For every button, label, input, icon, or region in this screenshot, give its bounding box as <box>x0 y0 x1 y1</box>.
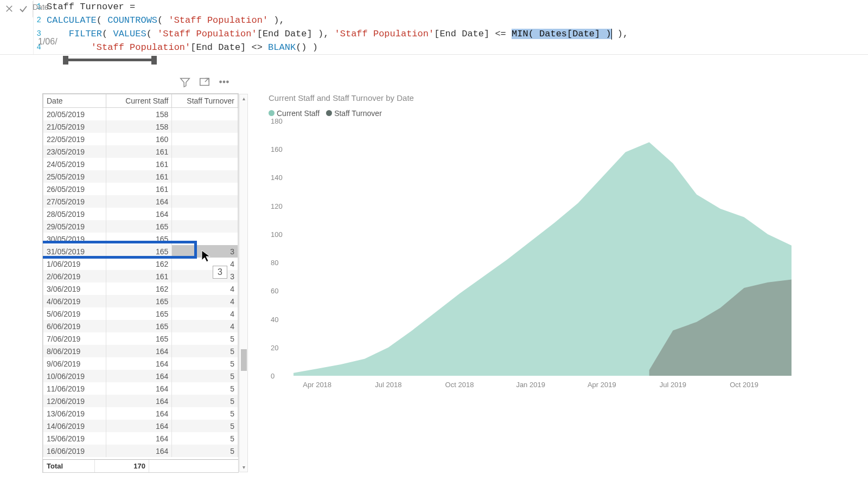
scroll-up-icon[interactable]: ▴ <box>240 94 247 103</box>
col-header-staff-turnover[interactable]: Staff Turnover <box>172 94 238 108</box>
scroll-thumb[interactable] <box>241 349 247 371</box>
focus-mode-icon[interactable] <box>199 76 210 89</box>
dax-editor[interactable]: 1 Staff Turnover = 2 CALCULATE( COUNTROW… <box>33 0 630 54</box>
y-axis-tick: 180 <box>271 117 283 125</box>
x-axis-tick: Oct 2019 <box>730 381 758 389</box>
formula-bar: 1 Staff Turnover = 2 CALCULATE( COUNTROW… <box>0 0 868 55</box>
table-row[interactable]: 16/06/20191645 <box>43 445 238 457</box>
x-axis-tick: Oct 2018 <box>445 381 474 389</box>
table-row[interactable]: 20/05/2019158 <box>43 108 238 120</box>
x-axis-tick: Jan 2019 <box>516 381 545 389</box>
y-axis-tick: 40 <box>271 315 278 323</box>
mouse-cursor-icon <box>201 249 212 264</box>
y-axis-tick: 100 <box>271 230 283 238</box>
x-axis-tick: Apr 2019 <box>588 381 616 389</box>
total-label: Total <box>43 460 94 472</box>
table-row[interactable]: 13/06/20191645 <box>43 407 238 420</box>
col-header-current-staff[interactable]: Current Staff <box>106 94 172 108</box>
table-visual[interactable]: Date Current Staff Staff Turnover 20/05/… <box>42 93 239 473</box>
commit-icon[interactable] <box>18 4 28 15</box>
svg-point-1 <box>220 81 221 82</box>
y-axis-tick: 0 <box>271 372 275 380</box>
y-axis-tick: 60 <box>271 287 278 295</box>
date-slider[interactable] <box>65 59 155 61</box>
cell-tooltip: 3 <box>213 266 227 279</box>
table-row[interactable]: 6/06/20191654 <box>43 320 238 332</box>
table-row[interactable]: 15/06/20191645 <box>43 432 238 445</box>
table-row[interactable]: 8/06/20191645 <box>43 345 238 357</box>
table-row[interactable]: 5/06/20191654 <box>43 307 238 320</box>
y-axis-tick: 80 <box>271 259 278 267</box>
visual-header <box>179 76 230 89</box>
svg-point-2 <box>223 81 225 82</box>
legend-dot-icon <box>326 110 332 116</box>
y-axis-tick: 140 <box>271 174 283 182</box>
slider-thumb-left[interactable] <box>63 56 68 65</box>
table-row[interactable]: 24/05/2019161 <box>43 158 238 170</box>
table-row[interactable]: 12/06/20191645 <box>43 395 238 407</box>
table-row[interactable]: 11/06/20191645 <box>43 382 238 395</box>
table-row[interactable]: 7/06/20191655 <box>43 332 238 345</box>
legend-item-staff-turnover[interactable]: Staff Turnover <box>326 109 382 118</box>
table-row[interactable]: 23/05/2019161 <box>43 145 238 158</box>
table-total-row: Total 170 <box>43 459 238 472</box>
code-text: Staff Turnover = <box>47 0 135 14</box>
y-axis-tick: 20 <box>271 343 278 351</box>
table-row[interactable]: 30/05/2019165 <box>43 233 238 245</box>
table-row[interactable]: 2/06/20191613 <box>43 270 238 282</box>
x-axis-tick: Jul 2019 <box>660 381 686 389</box>
col-header-date[interactable]: Date <box>43 94 106 108</box>
table-row[interactable]: 9/06/20191645 <box>43 357 238 370</box>
code-text: 'Staff Population'[End Date] <> BLANK() … <box>47 41 318 54</box>
x-axis-tick: Apr 2018 <box>303 381 331 389</box>
table-row[interactable]: 22/05/2019160 <box>43 133 238 145</box>
slider-thumb-right[interactable] <box>151 56 157 65</box>
table-row[interactable]: 25/05/2019161 <box>43 170 238 183</box>
total-blank <box>149 460 203 472</box>
table-row[interactable]: 29/05/2019165 <box>43 220 238 233</box>
chart-legend: Current Staff Staff Turnover <box>269 109 811 118</box>
table-row[interactable]: 14/06/20191645 <box>43 420 238 432</box>
table-row[interactable]: 21/05/2019158 <box>43 120 238 133</box>
code-text: FILTER( VALUES( 'Staff Population'[End D… <box>47 27 628 41</box>
slicer-field-label: Date <box>33 3 49 11</box>
scrollbar-vertical[interactable]: ▴ ▾ <box>239 94 248 472</box>
legend-dot-icon <box>269 110 275 116</box>
chart-title: Current Staff and Staff Turnover by Date <box>269 93 811 102</box>
x-axis-tick: Jul 2018 <box>375 381 401 389</box>
y-axis-tick: 120 <box>271 202 283 210</box>
filter-icon[interactable] <box>179 76 191 89</box>
scroll-down-icon[interactable]: ▾ <box>240 463 247 472</box>
y-axis-tick: 160 <box>271 145 283 153</box>
more-options-icon[interactable] <box>218 76 230 89</box>
table-row[interactable]: 28/05/2019164 <box>43 208 238 220</box>
total-value: 170 <box>94 460 149 472</box>
line-number: 2 <box>36 14 47 27</box>
table-row[interactable]: 3/06/20191624 <box>43 282 238 295</box>
table-row[interactable]: 10/06/20191645 <box>43 370 238 382</box>
table-row[interactable]: 26/05/2019161 <box>43 183 238 195</box>
slicer-value: 1/06/ <box>38 37 58 47</box>
code-text: CALCULATE( COUNTROWS( 'Staff Population'… <box>47 14 285 27</box>
cancel-icon[interactable] <box>4 4 14 15</box>
table-row[interactable]: 27/05/2019164 <box>43 195 238 208</box>
table-row[interactable]: 4/06/20191654 <box>43 295 238 307</box>
svg-point-3 <box>227 81 228 82</box>
area-chart-visual[interactable]: Current Staff and Staff Turnover by Date… <box>269 93 811 376</box>
